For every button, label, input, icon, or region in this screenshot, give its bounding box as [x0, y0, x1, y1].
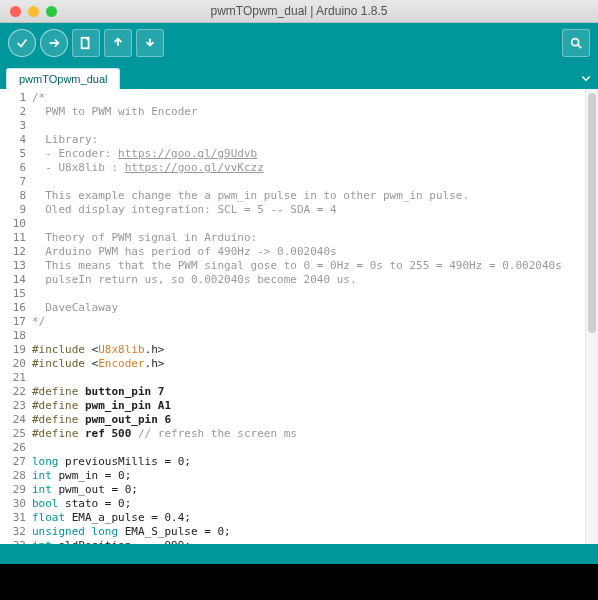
line-number: 26 — [0, 441, 32, 455]
open-button[interactable] — [104, 29, 132, 57]
code-line[interactable]: #define pwm_in_pin A1 — [32, 399, 585, 413]
line-number: 18 — [0, 329, 32, 343]
code-line[interactable]: #include <Encoder.h> — [32, 357, 585, 371]
save-button[interactable] — [136, 29, 164, 57]
close-icon[interactable] — [10, 6, 21, 17]
line-number: 3 — [0, 119, 32, 133]
verify-button[interactable] — [8, 29, 36, 57]
code-line[interactable] — [32, 175, 585, 189]
zoom-icon[interactable] — [46, 6, 57, 17]
line-number: 12 — [0, 245, 32, 259]
minimize-icon[interactable] — [28, 6, 39, 17]
code-line[interactable]: - Encoder: https://goo.gl/g9Udvb — [32, 147, 585, 161]
line-number: 4 — [0, 133, 32, 147]
code-line[interactable]: #define pwm_out_pin 6 — [32, 413, 585, 427]
line-number: 20 — [0, 357, 32, 371]
code-line[interactable] — [32, 329, 585, 343]
code-line[interactable]: float EMA_a_pulse = 0.4; — [32, 511, 585, 525]
line-number: 11 — [0, 231, 32, 245]
toolbar — [0, 23, 598, 63]
line-number: 33 — [0, 539, 32, 544]
code-line[interactable]: Library: — [32, 133, 585, 147]
code-line[interactable] — [32, 371, 585, 385]
code-editor[interactable]: 1/*2 PWM to PWM with Encoder34 Library:5… — [0, 89, 585, 544]
code-line[interactable] — [32, 119, 585, 133]
code-line[interactable]: #include <U8x8lib.h> — [32, 343, 585, 357]
code-line[interactable] — [32, 287, 585, 301]
line-number: 9 — [0, 203, 32, 217]
app-window: pwmTOpwm_dual | Arduino 1.8.5 pwmTOpwm_d… — [0, 0, 598, 600]
line-number: 25 — [0, 427, 32, 441]
line-number: 10 — [0, 217, 32, 231]
link[interactable]: https://goo.gl/g9Udvb — [118, 147, 257, 160]
line-number: 21 — [0, 371, 32, 385]
line-number: 7 — [0, 175, 32, 189]
console[interactable] — [0, 564, 598, 600]
line-number: 13 — [0, 259, 32, 273]
code-line[interactable]: DaveCalaway — [32, 301, 585, 315]
line-number: 16 — [0, 301, 32, 315]
svg-point-1 — [572, 39, 579, 46]
scrollbar-thumb[interactable] — [588, 93, 596, 333]
code-line[interactable]: unsigned long EMA_S_pulse = 0; — [32, 525, 585, 539]
line-number: 15 — [0, 287, 32, 301]
line-number: 27 — [0, 455, 32, 469]
line-number: 5 — [0, 147, 32, 161]
code-line[interactable] — [32, 217, 585, 231]
code-line[interactable]: long previousMillis = 0; — [32, 455, 585, 469]
line-number: 2 — [0, 105, 32, 119]
code-line[interactable] — [32, 441, 585, 455]
svg-line-2 — [578, 45, 582, 49]
code-line[interactable]: Oled display integration: SCL = 5 -- SDA… — [32, 203, 585, 217]
code-line[interactable]: #define ref 500 // refresh the screen ms — [32, 427, 585, 441]
code-line[interactable]: int oldPosition = -999; — [32, 539, 585, 544]
tab-sketch[interactable]: pwmTOpwm_dual — [6, 68, 120, 89]
new-button[interactable] — [72, 29, 100, 57]
code-line[interactable]: This means that the PWM singal gose to 0… — [32, 259, 585, 273]
line-number: 23 — [0, 399, 32, 413]
status-bar — [0, 544, 598, 564]
line-number: 31 — [0, 511, 32, 525]
titlebar: pwmTOpwm_dual | Arduino 1.8.5 — [0, 0, 598, 23]
editor-area: 1/*2 PWM to PWM with Encoder34 Library:5… — [0, 89, 598, 544]
line-number: 29 — [0, 483, 32, 497]
tab-bar: pwmTOpwm_dual — [0, 63, 598, 89]
line-number: 32 — [0, 525, 32, 539]
window-controls — [0, 6, 57, 17]
link[interactable]: https://goo.gl/vvKczz — [125, 161, 264, 174]
code-line[interactable]: */ — [32, 315, 585, 329]
code-line[interactable]: pulseIn return us, so 0.002040s become 2… — [32, 273, 585, 287]
code-line[interactable]: int pwm_in = 0; — [32, 469, 585, 483]
line-number: 1 — [0, 91, 32, 105]
line-number: 30 — [0, 497, 32, 511]
line-number: 6 — [0, 161, 32, 175]
line-number: 17 — [0, 315, 32, 329]
line-number: 24 — [0, 413, 32, 427]
code-line[interactable]: /* — [32, 91, 585, 105]
code-line[interactable]: int pwm_out = 0; — [32, 483, 585, 497]
code-line[interactable]: #define button_pin 7 — [32, 385, 585, 399]
vertical-scrollbar[interactable] — [585, 89, 598, 544]
code-line[interactable]: PWM to PWM with Encoder — [32, 105, 585, 119]
code-line[interactable]: Arduino PWM has period of 490Hz -> 0.002… — [32, 245, 585, 259]
upload-button[interactable] — [40, 29, 68, 57]
line-number: 14 — [0, 273, 32, 287]
window-title: pwmTOpwm_dual | Arduino 1.8.5 — [0, 4, 598, 18]
code-line[interactable]: - U8x8lib : https://goo.gl/vvKczz — [32, 161, 585, 175]
code-line[interactable]: bool stato = 0; — [32, 497, 585, 511]
code-line[interactable]: Theory of PWM signal in Arduino: — [32, 231, 585, 245]
tab-menu-button[interactable] — [574, 67, 598, 89]
line-number: 22 — [0, 385, 32, 399]
line-number: 19 — [0, 343, 32, 357]
line-number: 8 — [0, 189, 32, 203]
serial-monitor-button[interactable] — [562, 29, 590, 57]
line-number: 28 — [0, 469, 32, 483]
code-line[interactable]: This example change the a pwm_in pulse i… — [32, 189, 585, 203]
